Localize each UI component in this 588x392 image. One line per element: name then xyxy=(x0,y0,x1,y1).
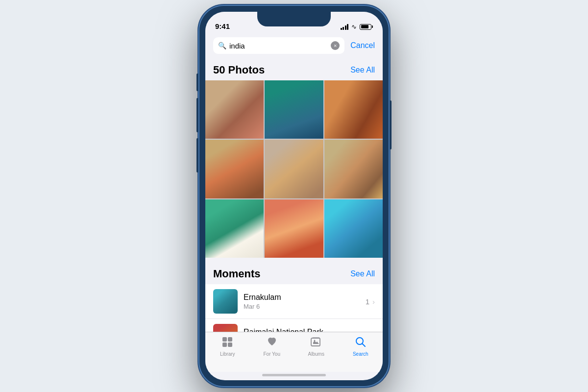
search-query-text: india xyxy=(229,42,328,50)
photos-section-header: 50 Photos See All xyxy=(205,58,383,80)
moment-name-2: Rajmalai National Park xyxy=(244,328,360,332)
volume-up-button xyxy=(196,98,198,132)
svg-rect-5 xyxy=(313,337,319,338)
power-button xyxy=(390,100,392,149)
volume-down-button xyxy=(196,138,198,172)
svg-rect-3 xyxy=(228,343,232,347)
svg-rect-0 xyxy=(222,337,227,342)
search-tab-icon xyxy=(355,336,367,350)
moments-section: Moments See All Ernakulam Mar 6 1 › xyxy=(205,262,383,332)
tab-albums[interactable]: Albums xyxy=(299,336,333,357)
status-time: 9:41 xyxy=(215,22,230,30)
moment-date-1: Mar 6 xyxy=(244,303,360,310)
photo-cell-3[interactable] xyxy=(324,80,383,139)
clear-search-button[interactable]: × xyxy=(331,41,340,50)
tab-search-label: Search xyxy=(353,351,368,357)
photo-cell-7[interactable] xyxy=(205,199,264,258)
moments-title: Moments xyxy=(213,268,261,280)
tab-library[interactable]: Library xyxy=(210,336,245,357)
photo-cell-2[interactable] xyxy=(265,80,323,139)
tab-for-you[interactable]: For You xyxy=(255,336,289,357)
moment-thumb-1 xyxy=(213,289,238,314)
svg-point-6 xyxy=(314,340,316,342)
moment-name-1: Ernakulam xyxy=(244,293,360,302)
photo-cell-5[interactable] xyxy=(265,140,323,198)
battery-icon xyxy=(360,24,373,30)
moment-info-2: Rajmalai National Park Mar 4 xyxy=(244,328,360,332)
photo-cell-8[interactable] xyxy=(265,199,323,258)
notch xyxy=(257,12,331,26)
photo-cell-9[interactable] xyxy=(324,199,383,258)
moment-info-1: Ernakulam Mar 6 xyxy=(244,293,360,310)
tab-search[interactable]: Search xyxy=(343,336,378,357)
moments-see-all-button[interactable]: See All xyxy=(350,270,375,278)
phone-screen: 9:41 ∿ 🔍 india xyxy=(205,12,383,380)
photo-cell-6[interactable] xyxy=(324,140,383,198)
photos-count-title: 50 Photos xyxy=(213,64,265,76)
mute-button xyxy=(196,74,198,91)
search-icon: 🔍 xyxy=(218,42,226,49)
svg-line-8 xyxy=(362,344,365,347)
tab-library-label: Library xyxy=(220,351,235,357)
tab-bar: Library For You xyxy=(205,332,383,372)
moment-thumb-2 xyxy=(213,324,238,332)
cancel-button[interactable]: Cancel xyxy=(350,41,375,50)
search-bar-container: 🔍 india × Cancel xyxy=(205,33,383,58)
for-you-icon xyxy=(266,336,278,350)
photos-see-all-button[interactable]: See All xyxy=(350,66,375,74)
moments-list: Ernakulam Mar 6 1 › Rajmalai National Pa… xyxy=(205,284,383,332)
signal-icon xyxy=(341,24,349,30)
moment-item-1[interactable]: Ernakulam Mar 6 1 › xyxy=(205,284,383,319)
photo-cell-4[interactable] xyxy=(205,140,264,198)
tab-albums-label: Albums xyxy=(308,351,324,357)
photo-cell-1[interactable] xyxy=(205,80,264,139)
wifi-icon: ∿ xyxy=(351,23,357,30)
albums-icon xyxy=(310,336,322,350)
status-icons: ∿ xyxy=(341,23,373,30)
moment-item-2[interactable]: Rajmalai National Park Mar 4 1 › xyxy=(205,319,383,332)
svg-rect-2 xyxy=(222,343,227,347)
photos-section: 50 Photos See All xyxy=(205,58,383,258)
svg-rect-1 xyxy=(228,337,232,342)
tab-for-you-label: For You xyxy=(264,351,280,357)
search-input-wrapper[interactable]: 🔍 india × xyxy=(213,37,344,54)
moment-chevron-1: › xyxy=(372,297,375,306)
moment-count-value-1: 1 xyxy=(366,297,369,306)
photo-grid xyxy=(205,80,383,258)
home-indicator xyxy=(262,374,326,376)
content-area[interactable]: 🔍 india × Cancel 50 Photos See All xyxy=(205,33,383,332)
moment-count-1: 1 › xyxy=(366,297,375,306)
moments-section-header: Moments See All xyxy=(205,262,383,284)
phone-mockup: 9:41 ∿ 🔍 india xyxy=(198,5,390,387)
library-icon xyxy=(221,336,233,350)
